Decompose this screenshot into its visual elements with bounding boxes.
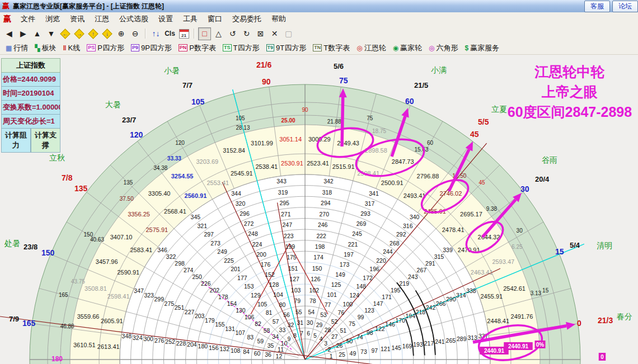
diamond-down-icon[interactable]: ↓ xyxy=(101,27,114,40)
diamond-arrow: ↓ xyxy=(106,31,109,37)
spiral-number: 292 xyxy=(396,231,406,238)
ribbon-label-p-table: P数字表 xyxy=(189,43,216,53)
menu-item-trade[interactable]: 交易委托 xyxy=(227,13,266,25)
rotate-ccw-icon[interactable]: ↺ xyxy=(226,27,239,40)
diamond-arrow: ← xyxy=(63,31,68,37)
diamond-arrow: ↑ xyxy=(92,31,95,37)
menu-item-help[interactable]: 帮助 xyxy=(266,13,291,25)
ribbon-label-t-table: T数字表 xyxy=(323,43,350,53)
spiral-number: 80 xyxy=(279,301,286,308)
flag-down-icon[interactable]: ▼ xyxy=(45,27,58,40)
ribbon-label-p-square: P四方形 xyxy=(97,43,124,53)
spiral-number: 29 xyxy=(316,322,323,328)
nav-left-icon[interactable]: ◀ xyxy=(3,27,16,40)
spiral-number: 2 xyxy=(328,346,331,353)
spiral-number: 321 xyxy=(198,223,208,229)
menu-item-file[interactable]: 文件 xyxy=(16,13,40,25)
degree-label: 150 xyxy=(41,248,54,257)
xbox-icon[interactable]: ⊠ xyxy=(254,27,267,40)
spiral-number: 343 xyxy=(276,178,287,185)
diamond-right-icon[interactable]: → xyxy=(73,27,86,40)
inner-price-label: 2530.91 xyxy=(281,160,303,167)
diamond-up-icon[interactable]: ↑ xyxy=(87,27,100,40)
spiral-number: 131 xyxy=(225,325,235,332)
spiral-number: 10 xyxy=(281,340,288,347)
percent-ring-label: 33.33 xyxy=(167,155,181,162)
toolbar-separator xyxy=(194,29,195,39)
ribbon-item-hexagon[interactable]: ◎六角形 xyxy=(425,42,461,54)
spiral-number: 295 xyxy=(279,200,289,206)
spiral-number: 99 xyxy=(358,314,364,320)
cls-button[interactable]: Cls xyxy=(163,27,176,40)
menu-item-settings[interactable]: 设置 xyxy=(153,13,178,25)
solar-term-label: 春分 xyxy=(617,312,632,322)
ribbon-item-kline[interactable]: ‖K线 xyxy=(60,42,84,54)
diamond-left-icon[interactable]: ← xyxy=(59,27,72,40)
spiral-number: 179 xyxy=(205,317,215,324)
forum-button[interactable]: 论坛 xyxy=(612,1,638,12)
outer-price-label: 2644.32 xyxy=(478,234,500,240)
ribbon-item-p-square[interactable]: PSP四方形 xyxy=(83,42,128,54)
ribbon-label-9p-square: 9P四方形 xyxy=(141,43,172,53)
ribbon-item-9t-square[interactable]: T99T四方形 xyxy=(263,42,310,54)
ribbon-label-winner-wheel: 赢家轮 xyxy=(400,43,422,53)
rotate-cw-icon[interactable]: ↻ xyxy=(240,27,253,40)
menu-item-info[interactable]: 资讯 xyxy=(65,13,90,25)
spiral-number: 129 xyxy=(251,292,261,299)
ribbon-item-sector[interactable]: ▚板块 xyxy=(31,42,59,54)
spiral-number: 245 xyxy=(352,230,362,237)
ribbon-item-gann-wheel[interactable]: ◎江恩轮 xyxy=(353,42,389,54)
outer-price-label: 2542.61 xyxy=(503,285,526,292)
degree-label: 30 xyxy=(520,185,529,193)
ribbon-item-9p-square[interactable]: P99P四方形 xyxy=(128,42,175,54)
outer-price-label: 3610.51 xyxy=(73,342,96,348)
calc-support-button[interactable]: 计算支撑 xyxy=(31,129,60,153)
support-button[interactable]: 客服 xyxy=(584,1,610,12)
ribbon-item-winner-service[interactable]: $赢家服务 xyxy=(462,42,503,54)
spiral-number: 319 xyxy=(278,189,288,196)
spiral-number: 121 xyxy=(381,346,391,352)
menu-item-browse[interactable]: 浏览 xyxy=(40,13,65,25)
spiral-number: 81 xyxy=(266,309,273,316)
spiral-number: 50 xyxy=(346,338,353,344)
menu-item-formula-stock[interactable]: 公式选股 xyxy=(114,13,153,25)
date-label: 21/5 xyxy=(414,81,428,89)
collapse-icon[interactable]: ✕ xyxy=(268,27,281,40)
triangle-tool-icon[interactable]: △ xyxy=(212,27,225,40)
inner-price-label: 2583.41 xyxy=(130,247,152,253)
zoom-out-icon[interactable]: ⊖ xyxy=(129,27,142,40)
ribbon-item-t-square[interactable]: TST四方形 xyxy=(219,42,262,54)
inner-price-label: 2568.41 xyxy=(164,208,186,215)
inner-price-label: 2478.41 xyxy=(442,226,465,233)
ribbon-item-p-table[interactable]: PNP数字表 xyxy=(175,42,219,54)
zoom-in-icon[interactable]: ⊕ xyxy=(115,27,128,40)
spiral-number: 35 xyxy=(268,342,274,349)
spiral-number: 36 xyxy=(265,351,271,358)
rect-tool-icon[interactable]: □ xyxy=(198,27,211,40)
spiral-number: 202 xyxy=(210,287,220,294)
updown-icon[interactable]: ↑↓ xyxy=(149,27,162,40)
spiral-number: 225 xyxy=(224,257,234,264)
menu-item-gann[interactable]: 江恩 xyxy=(90,13,114,25)
outer-price-label: 3101.99 xyxy=(251,140,273,146)
nav-right-icon[interactable]: ▶ xyxy=(17,27,30,40)
ribbon-item-winner-wheel[interactable]: ◉赢家轮 xyxy=(390,42,425,54)
spiral-number: 5 xyxy=(313,332,317,339)
menu-item-tools[interactable]: 工具 xyxy=(178,13,203,25)
ribbon-item-market[interactable]: ▦行情 xyxy=(2,42,31,54)
spiral-number: 151 xyxy=(288,265,298,272)
ribbon-item-t-table[interactable]: TNT数字表 xyxy=(309,42,353,54)
calc-resistance-button[interactable]: 计算阻力 xyxy=(1,129,31,153)
baseline-degree-label: 180 xyxy=(51,355,63,363)
spiral-number: 269 xyxy=(356,220,367,227)
calendar-icon[interactable]: 21 xyxy=(177,27,190,40)
chat-bubble-icon[interactable]: ▢ xyxy=(282,27,295,40)
spiral-number: 297 xyxy=(204,231,214,238)
flag-up-icon[interactable]: ▲ xyxy=(31,27,44,40)
step-row: 周天变化步长=1 xyxy=(1,115,60,129)
date-label: 7/9 xyxy=(9,315,19,323)
spiral-number: 193 xyxy=(413,341,423,348)
menu-item-window[interactable]: 窗口 xyxy=(203,13,227,25)
p-square-icon: PS xyxy=(87,44,96,51)
spiral-number: 296 xyxy=(240,210,250,217)
